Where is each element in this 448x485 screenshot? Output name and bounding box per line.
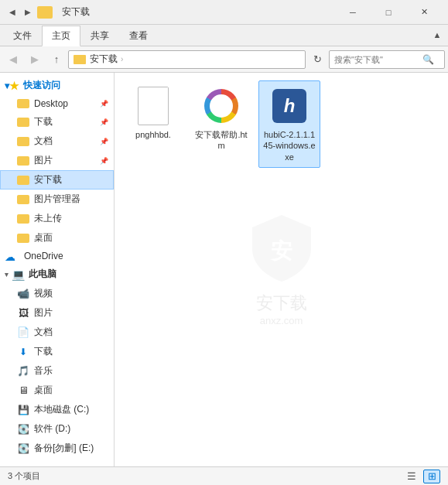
search-input[interactable]: [334, 55, 419, 64]
sidebar-item-thispc[interactable]: ▾ 💻 此电脑: [0, 265, 114, 284]
sidebar-item-diskd[interactable]: 💽 软件 (D:): [0, 419, 114, 439]
diskd-icon: 💽: [16, 424, 30, 435]
file-pane: 安 安下载 anxz.com pnghhbd. 安下载帮助.: [115, 73, 448, 466]
sidebar-item-videos[interactable]: 📹 视频: [0, 284, 114, 303]
refresh-button[interactable]: ↻: [307, 50, 327, 70]
sidebar-item-pictures[interactable]: 图片 📌: [0, 151, 114, 170]
generic-file-icon: [138, 87, 169, 125]
sidebar-item-documents[interactable]: 文档 📌: [0, 131, 114, 151]
title-bar: ◀ ▶ 安下载 ─ □ ✕: [0, 0, 448, 25]
file-label-helphtm: 安下载帮助.htm: [194, 129, 248, 152]
sidebar-label-videos: 视频: [34, 287, 53, 300]
sidebar-label-pictures: 图片: [34, 154, 53, 167]
quick-access-label: 快速访问: [23, 79, 60, 92]
search-box[interactable]: 🔍: [329, 50, 445, 69]
folder-icon-download: [16, 117, 30, 128]
watermark-text: 安下载: [251, 292, 313, 315]
sidebar-item-download[interactable]: 下载 📌: [0, 112, 114, 131]
quick-access-star-icon: ★: [9, 80, 19, 92]
view-mode-controls: ☰ ⊞: [403, 470, 440, 483]
title-bar-icons: ◀ ▶: [6, 6, 56, 19]
ribbon-collapse-button[interactable]: ▲: [429, 27, 445, 43]
tab-share[interactable]: 共享: [80, 26, 119, 46]
sidebar-label-desktop2: 桌面: [34, 231, 53, 244]
pc-icon: 💻: [12, 268, 25, 281]
tab-view[interactable]: 查看: [119, 26, 158, 46]
sidebar-item-desk3[interactable]: 🖥 桌面: [0, 381, 114, 400]
window-controls: ─ □ ✕: [335, 0, 442, 25]
hubic-brand-icon: h: [272, 89, 306, 123]
sidebar-item-dl[interactable]: ⬇ 下载: [0, 342, 114, 361]
sidebar-item-picmanager[interactable]: 图片管理器: [0, 190, 114, 209]
address-bar: ◀ ▶ ↑ 安下载 › ↻ 🔍: [0, 46, 448, 73]
sidebar-label-documents: 文档: [34, 135, 53, 148]
sidebar: ▾ ★ 快速访问 Desktop 📌 下载 📌 文档 📌: [0, 73, 115, 466]
dl-folder-icon: ⬇: [16, 347, 30, 357]
diske-icon: 💽: [16, 443, 30, 454]
pin-icon-desktop: 📌: [100, 100, 108, 108]
sidebar-label-docs: 文档: [34, 326, 53, 339]
watermark-shield-icon: 安: [251, 213, 313, 283]
svg-text:安: 安: [269, 238, 292, 263]
music-folder-icon: 🎵: [16, 366, 30, 377]
sidebar-item-notuploaded[interactable]: 未上传: [0, 209, 114, 228]
forward-icon-small: ▶: [22, 6, 34, 19]
address-path[interactable]: 安下载 ›: [68, 50, 306, 69]
main-content: ▾ ★ 快速访问 Desktop 📌 下载 📌 文档 📌: [0, 73, 448, 466]
sidebar-label-thispc: 此电脑: [29, 268, 56, 281]
folder-icon-documents: [16, 136, 30, 147]
file-label-hubic: hubiC-2.1.1.145-windows.exe: [262, 129, 316, 162]
file-item-pnghhbd[interactable]: pnghhbd.: [122, 80, 184, 168]
minimize-button[interactable]: ─: [335, 0, 371, 25]
folder-icon-picmanager: [16, 194, 30, 205]
status-bar: 3 个项目 ☰ ⊞: [0, 466, 448, 485]
sidebar-item-docs[interactable]: 📄 文档: [0, 323, 114, 342]
sidebar-item-desktop2[interactable]: 桌面: [0, 228, 114, 248]
path-text: 安下载: [90, 53, 118, 66]
path-folder-icon: [74, 55, 86, 64]
sidebar-label-desk3: 桌面: [34, 384, 53, 397]
file-icon-pnghhbd: [133, 86, 173, 126]
tab-file[interactable]: 文件: [3, 26, 42, 46]
file-icon-hubic: h: [269, 86, 309, 126]
sidebar-item-pics[interactable]: 🖼 图片: [0, 303, 114, 323]
sidebar-section-quick-access[interactable]: ▾ ★ 快速访问: [0, 76, 114, 95]
tab-home[interactable]: 主页: [42, 26, 80, 46]
nav-up-button[interactable]: ↑: [46, 50, 67, 70]
sidebar-label-download: 下载: [34, 115, 53, 128]
files-grid: pnghhbd. 安下载帮助.htm h hubiC-2.1.1.145-win…: [122, 80, 440, 168]
close-button[interactable]: ✕: [406, 0, 442, 25]
thispc-arrow: ▾: [5, 271, 9, 278]
sidebar-label-desktop: Desktop: [34, 98, 68, 109]
sidebar-item-onedrive[interactable]: ☁ OneDrive: [0, 248, 114, 265]
folder-icon-desktop: [16, 98, 30, 109]
sidebar-item-music[interactable]: 🎵 音乐: [0, 361, 114, 381]
pin-icon-pictures: 📌: [100, 157, 108, 165]
sidebar-item-anxia[interactable]: 安下载: [0, 170, 114, 190]
nav-back-button[interactable]: ◀: [3, 50, 23, 70]
window-title: 安下载: [62, 5, 335, 19]
maximize-button[interactable]: □: [371, 0, 406, 25]
sidebar-label-dl: 下载: [34, 345, 53, 358]
pin-icon-documents: 📌: [100, 138, 108, 145]
nav-forward-button[interactable]: ▶: [25, 50, 45, 70]
ribbon-tabs: 文件 主页 共享 查看 ▲: [0, 25, 448, 46]
sidebar-item-desktop[interactable]: Desktop 📌: [0, 95, 114, 112]
desk-folder-icon: 🖥: [16, 385, 30, 396]
folder-icon-notuploaded: [16, 213, 30, 224]
file-icon-helphtm: [201, 86, 241, 126]
details-view-button[interactable]: ☰: [403, 470, 420, 483]
large-icons-view-button[interactable]: ⊞: [423, 470, 440, 483]
pics-folder-icon: 🖼: [16, 308, 30, 319]
folder-icon-pictures: [16, 155, 30, 166]
file-item-helphtm[interactable]: 安下载帮助.htm: [190, 80, 252, 168]
file-item-hubic[interactable]: h hubiC-2.1.1.145-windows.exe: [258, 80, 320, 168]
folder-icon-anxia: [16, 175, 30, 186]
diskc-icon: 💾: [16, 405, 30, 415]
sidebar-item-diske[interactable]: 💽 备份[勿删] (E:): [0, 439, 114, 458]
pin-icon-download: 📌: [100, 118, 108, 126]
docs-folder-icon: 📄: [16, 327, 30, 338]
sidebar-item-diskc[interactable]: 💾 本地磁盘 (C:): [0, 400, 114, 419]
watermark: 安 安下载 anxz.com: [251, 213, 313, 326]
sidebar-label-picmanager: 图片管理器: [34, 193, 80, 206]
